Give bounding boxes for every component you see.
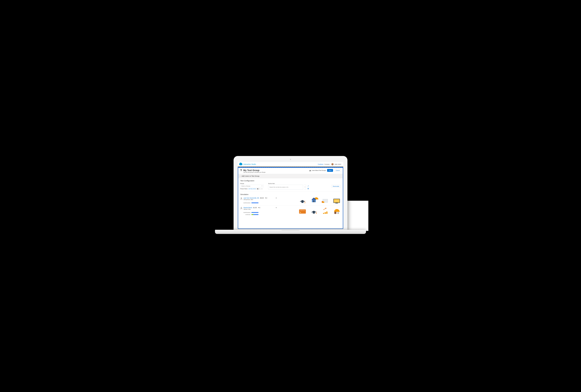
laptop-base bbox=[215, 230, 366, 234]
svg-point-1 bbox=[241, 207, 242, 208]
affinity-label: BORROWING bbox=[244, 212, 250, 213]
view-count: 👁2 bbox=[258, 207, 260, 208]
add-users-section-toggle[interactable]: ▷ Add Users to Test Group bbox=[238, 174, 343, 178]
test-configuration-heading: Test Configuration bbox=[240, 180, 341, 182]
svg-point-0 bbox=[241, 198, 242, 198]
affinity-label: BORROWING bbox=[244, 202, 250, 203]
cancel-button[interactable]: Cancel bbox=[334, 169, 341, 172]
simulation-heading: Simulation bbox=[240, 193, 341, 195]
background-panel bbox=[345, 201, 368, 231]
user-type: Anonymous, New bbox=[244, 199, 267, 200]
user-name-link[interactable]: Rachel Morris bbox=[244, 207, 252, 208]
app-title: Interaction Studio bbox=[243, 163, 256, 165]
recipe-select[interactable]: Select a Recipe ▼ bbox=[240, 185, 264, 187]
page-header: ⚗ My Test Group Use this test group to s… bbox=[238, 168, 343, 174]
recommendation-thumbs bbox=[298, 197, 341, 204]
recipe-placeholder: Select a Recipe bbox=[241, 185, 250, 187]
recipe-field-group: Recipe Select a Recipe ▼ Recipe Status U… bbox=[240, 183, 264, 190]
feedback-link[interactable]: Feedback bbox=[318, 164, 324, 165]
affinity-bar: BANKING bbox=[244, 214, 260, 215]
anchor-label: Anchor Item bbox=[268, 183, 309, 184]
open-external-icon[interactable]: ↗ bbox=[308, 185, 309, 187]
add-users-title: Add Users to Test Group bbox=[242, 175, 259, 177]
chevron-down-icon: ▾ bbox=[330, 164, 330, 165]
detail-panel-icon[interactable]: ▥ bbox=[308, 188, 309, 189]
user-name-link[interactable]: user from Somerville, MA bbox=[244, 197, 259, 199]
user-name: Sally Smith bbox=[334, 164, 341, 165]
user-amount: $0.00 bbox=[260, 197, 264, 199]
person-icon bbox=[240, 197, 242, 204]
page-title: My Test Group bbox=[243, 169, 266, 172]
status-toggle[interactable] bbox=[257, 188, 260, 190]
status-unpublished: UNPUBLISHED bbox=[248, 188, 256, 189]
chevron-down-icon: ▾ bbox=[342, 164, 342, 165]
person-icon bbox=[240, 207, 242, 216]
rec-graduation-cap[interactable] bbox=[310, 209, 318, 214]
org-switcher[interactable]: Cumulus ▾ bbox=[324, 164, 330, 165]
simulation-row: Rachel Morris $1.00 👁2 Named, New BORROW… bbox=[240, 206, 341, 217]
anchor-dropdown-toggle[interactable]: ▼ bbox=[304, 185, 306, 190]
recommendation-thumbs: STUDENT Rewards bbox=[298, 207, 341, 216]
avatar[interactable] bbox=[331, 163, 334, 165]
save-button[interactable]: Save bbox=[327, 169, 333, 172]
laptop-frame: Interaction Studio Feedback Cumulus ▾ Sa… bbox=[234, 156, 348, 232]
affinity-bar: BORROWING bbox=[244, 202, 267, 203]
chevron-down-icon: ▼ bbox=[262, 185, 262, 187]
recipe-label: Recipe bbox=[240, 183, 264, 184]
app-screen: Interaction Studio Feedback Cumulus ▾ Sa… bbox=[238, 162, 343, 229]
user-amount: $1.00 bbox=[253, 207, 257, 208]
collapse-triangle-icon: ▷ bbox=[240, 175, 241, 177]
global-header: Interaction Studio Feedback Cumulus ▾ Sa… bbox=[238, 162, 343, 167]
content-frame: ⚗ My Test Group Use this test group to s… bbox=[238, 168, 343, 229]
user-menu[interactable]: Sally Smith ▾ bbox=[334, 164, 342, 165]
camera-dot bbox=[290, 159, 291, 160]
remove-user-button[interactable]: ✕ bbox=[276, 197, 277, 204]
affinity-bar-fill bbox=[252, 212, 258, 213]
flask-icon: ⚗ bbox=[240, 169, 242, 172]
rec-graduation-cap[interactable] bbox=[298, 198, 306, 204]
status-live: LIVE bbox=[260, 188, 263, 189]
user-type: Named, New bbox=[244, 208, 260, 210]
rec-investment-growth[interactable] bbox=[321, 209, 329, 214]
affinity-label: BANKING bbox=[244, 214, 250, 215]
salesforce-cloud-icon bbox=[239, 163, 242, 165]
rec-checking[interactable] bbox=[321, 198, 329, 204]
learn-link[interactable]: Learn About Test Groups bbox=[309, 170, 326, 171]
view-count: 👁2 bbox=[265, 197, 267, 199]
affinity-bar-fill bbox=[252, 214, 258, 215]
test-configuration: Recipe Select a Recipe ▼ Recipe Status U… bbox=[240, 183, 341, 192]
page-subtitle: Use this test group to simulate your Rec… bbox=[243, 172, 266, 173]
rec-pet-insurance[interactable] bbox=[332, 209, 341, 214]
rec-online-banking[interactable] bbox=[332, 198, 341, 204]
recipe-status-row: Recipe Status UNPUBLISHED LIVE bbox=[240, 188, 264, 190]
affinity-bar-fill bbox=[252, 202, 258, 203]
rec-credit-card[interactable]: STUDENT Rewards bbox=[298, 209, 306, 214]
rec-home-insurance[interactable] bbox=[310, 198, 318, 204]
affinity-bar: BORROWING bbox=[244, 212, 260, 213]
learn-label: Learn About Test Groups bbox=[312, 170, 326, 171]
simulation-row: user from Somerville, MA $0.00 👁2 Anonym… bbox=[240, 196, 341, 206]
anchor-search-input[interactable]: Search for an item by name or id... bbox=[268, 185, 303, 190]
remove-user-button[interactable]: ✕ bbox=[276, 207, 277, 216]
org-name: Cumulus bbox=[324, 164, 330, 165]
theme-band bbox=[238, 167, 343, 168]
trailhead-icon bbox=[309, 170, 311, 171]
resimulate-button[interactable]: Resimulate bbox=[331, 185, 341, 188]
recipe-status-label: Recipe Status bbox=[240, 188, 248, 189]
anchor-field-group: Anchor Item Search for an item by name o… bbox=[268, 183, 309, 190]
